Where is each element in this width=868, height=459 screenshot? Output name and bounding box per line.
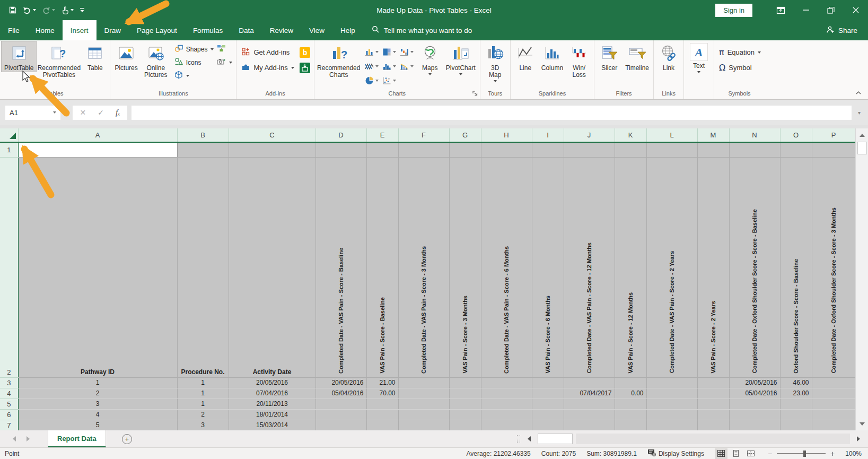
- cell[interactable]: Completed Date - VAS Pain - Score - 6 Mo…: [481, 157, 532, 377]
- cell[interactable]: 1: [177, 388, 229, 399]
- insert-column-chart-button[interactable]: [365, 45, 379, 59]
- column-header[interactable]: A: [18, 128, 177, 142]
- cell[interactable]: [646, 377, 697, 388]
- cell[interactable]: [315, 420, 366, 430]
- zoom-slider-thumb[interactable]: [803, 451, 806, 457]
- cell[interactable]: 05/04/2016: [315, 388, 366, 399]
- cell[interactable]: 20/11/2013: [229, 399, 315, 409]
- timeline-button[interactable]: Timeline: [622, 41, 652, 72]
- select-all-corner[interactable]: [0, 128, 18, 142]
- cell[interactable]: [780, 399, 812, 409]
- sparkline-line-button[interactable]: Line: [512, 41, 539, 72]
- scroll-up-icon[interactable]: [856, 128, 868, 142]
- cell[interactable]: [398, 420, 449, 430]
- equation-button[interactable]: π Equation: [719, 47, 761, 58]
- cell[interactable]: [646, 409, 697, 420]
- cell[interactable]: [398, 142, 449, 157]
- display-settings-button[interactable]: Display Settings: [647, 449, 704, 458]
- scroll-down-icon[interactable]: [856, 417, 868, 430]
- cell[interactable]: 23.00: [780, 388, 812, 399]
- close-button[interactable]: [843, 0, 868, 20]
- cell[interactable]: 15/03/2014: [229, 420, 315, 430]
- cell[interactable]: [564, 399, 615, 409]
- cell[interactable]: Completed Date - VAS Pain - Score - 12 M…: [564, 157, 615, 377]
- cell[interactable]: [532, 399, 564, 409]
- cell[interactable]: [481, 399, 532, 409]
- cell[interactable]: Activity Date: [229, 157, 315, 377]
- zoom-in-button[interactable]: +: [830, 449, 835, 458]
- next-sheet-icon[interactable]: [27, 436, 30, 441]
- cell[interactable]: VAS Pain - Score - 3 Months: [449, 157, 481, 377]
- cell[interactable]: [812, 377, 855, 388]
- insert-line-chart-button[interactable]: [365, 59, 379, 73]
- insert-function-icon[interactable]: fₓ: [116, 108, 120, 117]
- cell[interactable]: [697, 142, 729, 157]
- sign-in-button[interactable]: Sign in: [715, 4, 752, 17]
- cell[interactable]: [449, 377, 481, 388]
- cell[interactable]: 3: [18, 399, 177, 409]
- cell[interactable]: [697, 409, 729, 420]
- cell[interactable]: Completed Date - VAS Pain - Score - 3 Mo…: [398, 157, 449, 377]
- active-cell-a1[interactable]: [18, 142, 177, 157]
- cell[interactable]: [366, 399, 398, 409]
- cell[interactable]: [729, 142, 780, 157]
- column-header[interactable]: H: [481, 128, 532, 142]
- cell[interactable]: 2: [18, 388, 177, 399]
- 3d-map-button[interactable]: 3D Map: [482, 41, 508, 82]
- row-header[interactable]: 5: [0, 399, 18, 409]
- cell[interactable]: Procedure No.: [177, 157, 229, 377]
- cell[interactable]: [780, 420, 812, 430]
- cell[interactable]: [564, 377, 615, 388]
- cell[interactable]: [449, 142, 481, 157]
- column-header[interactable]: P: [812, 128, 855, 142]
- formula-bar-resize-handle[interactable]: [65, 109, 68, 116]
- redo-button[interactable]: [42, 6, 55, 14]
- tab-formulas[interactable]: Formulas: [185, 20, 231, 40]
- cell[interactable]: [615, 420, 646, 430]
- online-pictures-button[interactable]: Online Pictures: [141, 41, 171, 79]
- cell[interactable]: [449, 409, 481, 420]
- horizontal-scroll-thumb[interactable]: [538, 434, 573, 444]
- row-header[interactable]: 1: [0, 142, 18, 157]
- column-header[interactable]: G: [449, 128, 481, 142]
- symbol-button[interactable]: Ω Symbol: [719, 62, 761, 73]
- cell[interactable]: [564, 420, 615, 430]
- column-header[interactable]: B: [177, 128, 229, 142]
- cell[interactable]: [315, 409, 366, 420]
- column-header[interactable]: N: [729, 128, 780, 142]
- cell[interactable]: 20/05/2016: [729, 377, 780, 388]
- cell[interactable]: 20/05/2016: [315, 377, 366, 388]
- pivottable-button[interactable]: PivotTable: [2, 41, 36, 72]
- new-sheet-button[interactable]: +: [122, 434, 132, 444]
- tab-home[interactable]: Home: [28, 20, 63, 40]
- cell[interactable]: [398, 399, 449, 409]
- cell[interactable]: [729, 409, 780, 420]
- pivotchart-button[interactable]: PivotChart: [443, 41, 478, 75]
- bing-addin-tile[interactable]: b: [300, 47, 310, 58]
- cell[interactable]: Completed Date - Oxford Shoulder Score -…: [812, 157, 855, 377]
- cell[interactable]: 0.00: [615, 388, 646, 399]
- link-button[interactable]: Link: [655, 41, 682, 72]
- column-header[interactable]: I: [532, 128, 564, 142]
- cell[interactable]: VAS Pain - Score - Baseline: [366, 157, 398, 377]
- cell[interactable]: [780, 142, 812, 157]
- cell[interactable]: [615, 377, 646, 388]
- cell[interactable]: [532, 377, 564, 388]
- column-header[interactable]: F: [398, 128, 449, 142]
- cell[interactable]: [812, 420, 855, 430]
- cell[interactable]: [615, 399, 646, 409]
- insert-statistic-chart-button[interactable]: [382, 59, 396, 73]
- cell[interactable]: 1: [177, 399, 229, 409]
- cell[interactable]: [481, 377, 532, 388]
- cell[interactable]: [812, 399, 855, 409]
- text-button[interactable]: A Text: [686, 41, 712, 73]
- cell[interactable]: [564, 142, 615, 157]
- cell[interactable]: [481, 420, 532, 430]
- cell[interactable]: 07/04/2016: [229, 388, 315, 399]
- cell[interactable]: 1: [177, 377, 229, 388]
- formula-input[interactable]: [131, 106, 852, 120]
- slicer-button[interactable]: Slicer: [596, 41, 622, 72]
- my-addins-button[interactable]: My Add-ins: [241, 62, 294, 73]
- tab-review[interactable]: Review: [262, 20, 301, 40]
- page-layout-view-icon[interactable]: [730, 448, 742, 459]
